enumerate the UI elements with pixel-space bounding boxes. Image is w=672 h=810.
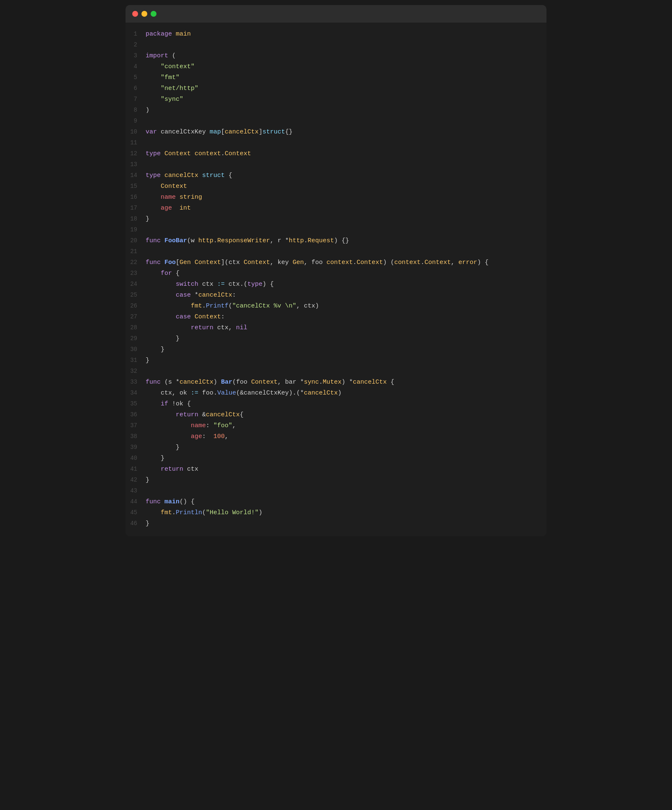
line-8: 8 )	[126, 105, 546, 116]
minimize-button[interactable]	[141, 11, 147, 17]
line-41: 41 return ctx	[126, 464, 546, 475]
line-34: 34 ctx, ok := foo.Value(&cancelCtxKey).(…	[126, 388, 546, 399]
line-29: 29 }	[126, 334, 546, 345]
line-22: 22 func Foo[Gen Context](ctx Context, ke…	[126, 258, 546, 269]
line-10: 10 var cancelCtxKey map[cancelCtx]struct…	[126, 127, 546, 138]
line-11: 11	[126, 138, 546, 149]
editor-window: 1 package main 2 3 import ( 4 "context" …	[126, 5, 546, 536]
line-40: 40 }	[126, 454, 546, 464]
line-35: 35 if !ok {	[126, 399, 546, 410]
line-6: 6 "net/http"	[126, 84, 546, 95]
line-18: 18 }	[126, 214, 546, 225]
line-26: 26 fmt.Printf("cancelCtx %v \n", ctx)	[126, 301, 546, 312]
line-42: 42 }	[126, 475, 546, 486]
line-32: 32	[126, 367, 546, 377]
line-21: 21	[126, 247, 546, 258]
line-44: 44 func main() {	[126, 497, 546, 508]
line-28: 28 return ctx, nil	[126, 323, 546, 334]
line-14: 14 type cancelCtx struct {	[126, 171, 546, 182]
line-30: 30 }	[126, 345, 546, 356]
line-25: 25 case *cancelCtx:	[126, 290, 546, 301]
code-editor[interactable]: 1 package main 2 3 import ( 4 "context" …	[126, 23, 546, 536]
line-7: 7 "sync"	[126, 95, 546, 105]
line-9: 9	[126, 116, 546, 127]
line-43: 43	[126, 486, 546, 497]
line-16: 16 name string	[126, 192, 546, 203]
line-39: 39 }	[126, 443, 546, 454]
line-24: 24 switch ctx := ctx.(type) {	[126, 279, 546, 290]
line-17: 17 age int	[126, 203, 546, 214]
line-23: 23 for {	[126, 269, 546, 279]
titlebar	[126, 5, 546, 23]
line-45: 45 fmt.Println("Hello World!")	[126, 508, 546, 519]
line-4: 4 "context"	[126, 62, 546, 73]
line-1: 1 package main	[126, 29, 546, 40]
line-5: 5 "fmt"	[126, 73, 546, 84]
line-19: 19	[126, 225, 546, 236]
close-button[interactable]	[132, 11, 138, 17]
line-20: 20 func FooBar(w http.ResponseWriter, r …	[126, 236, 546, 247]
line-12: 12 type Context context.Context	[126, 149, 546, 160]
line-33: 33 func (s *cancelCtx) Bar(foo Context, …	[126, 377, 546, 388]
line-3: 3 import (	[126, 51, 546, 62]
line-27: 27 case Context:	[126, 312, 546, 323]
line-2: 2	[126, 40, 546, 51]
maximize-button[interactable]	[151, 11, 156, 17]
line-36: 36 return &cancelCtx{	[126, 410, 546, 421]
line-38: 38 age: 100,	[126, 432, 546, 443]
line-15: 15 Context	[126, 182, 546, 192]
line-31: 31 }	[126, 356, 546, 367]
line-46: 46 }	[126, 519, 546, 530]
line-37: 37 name: "foo",	[126, 421, 546, 432]
line-13: 13	[126, 160, 546, 171]
